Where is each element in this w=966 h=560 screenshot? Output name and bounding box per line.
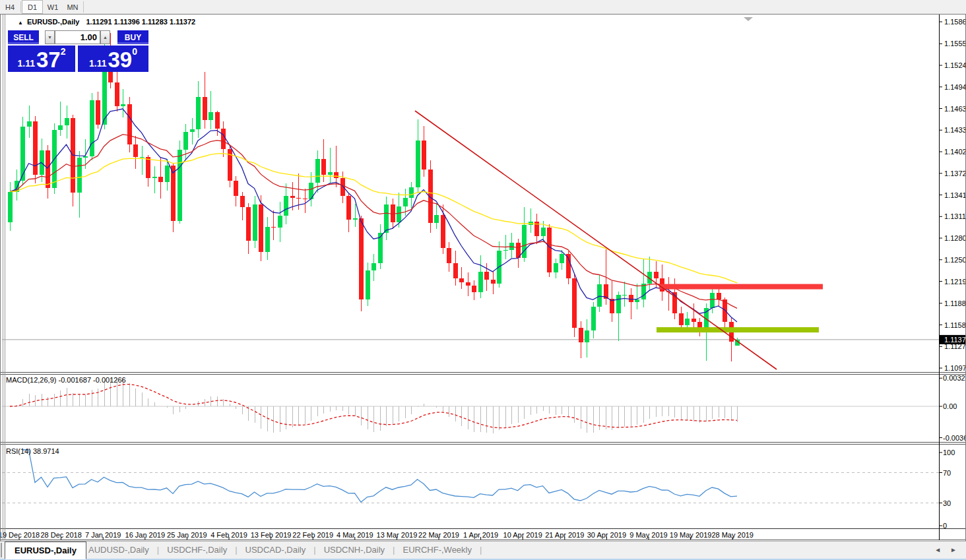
- symbol-tab[interactable]: USDCAD-,Daily: [238, 545, 314, 555]
- date-label: 10 Apr 2019: [503, 531, 542, 539]
- chart-ohlc-values: 1.11291 1.11396 1.11283 1.11372: [86, 18, 195, 26]
- symbol-tab-active[interactable]: EURUSD-,Daily: [5, 542, 86, 559]
- date-label: 28 Dec 2018: [40, 531, 81, 539]
- buy-price-big: 39: [108, 50, 132, 70]
- timeframe-button-d1[interactable]: D1: [22, 0, 43, 14]
- buy-price-sup: 0: [132, 47, 137, 56]
- date-label: 13 Mar 2019: [377, 531, 418, 539]
- svg-text:1.13110: 1.13110: [944, 212, 965, 220]
- tabs-scroll-left-icon[interactable]: ◄: [934, 546, 941, 553]
- date-label: 16 Jan 2019: [125, 531, 166, 539]
- sell-price-prefix: 1.11: [18, 57, 35, 70]
- svg-text:1.12195: 1.12195: [944, 278, 965, 286]
- collapse-panel-icon[interactable]: ▲: [18, 20, 23, 26]
- one-click-trade-panel: SELL ▼ 1.00 ▲ BUY 1.11 37 2 1.11 39 0: [8, 30, 148, 72]
- date-label: 4 Mar 2019: [337, 531, 373, 539]
- buy-price-prefix: 1.11: [89, 57, 106, 70]
- sell-price-sup: 2: [61, 47, 66, 56]
- svg-text:1.15860: 1.15860: [944, 18, 965, 26]
- svg-text:0.00: 0.00: [943, 402, 957, 410]
- toolbar-separator: [83, 1, 84, 13]
- svg-text:1.15245: 1.15245: [944, 61, 965, 69]
- svg-text:100: 100: [943, 449, 955, 456]
- svg-text:-0.003659: -0.003659: [943, 434, 965, 442]
- tabs-scroll-right-icon[interactable]: ►: [950, 546, 957, 553]
- buy-button[interactable]: BUY: [117, 30, 148, 44]
- date-label: 30 Apr 2019: [587, 531, 626, 539]
- svg-text:1.14330: 1.14330: [944, 126, 965, 134]
- timeframe-button-mn[interactable]: MN: [63, 0, 82, 14]
- svg-text:1.12500: 1.12500: [944, 256, 965, 264]
- svg-text:1.12805: 1.12805: [944, 234, 965, 242]
- date-label: 9 May 2019: [629, 531, 667, 539]
- date-label: 4 Feb 2019: [210, 531, 247, 539]
- sell-price-display[interactable]: 1.11 37 2: [8, 46, 75, 72]
- symbol-tab[interactable]: EURCHF-,Weekly: [395, 545, 480, 555]
- volume-input[interactable]: 1.00: [55, 30, 100, 44]
- date-axis: 19 Dec 201828 Dec 20187 Jan 201916 Jan 2…: [1, 531, 754, 540]
- arrow-down-icon: ▼: [48, 35, 52, 40]
- chart-symbol-title: EURUSD-,Daily: [27, 18, 79, 26]
- date-label: 13 Feb 2019: [251, 531, 292, 539]
- timeframe-toolbar: H4D1W1MN: [0, 0, 966, 15]
- macd-indicator-label: MACD(12,26,9) -0.001687 -0.001266: [6, 376, 126, 384]
- timeframe-button-w1[interactable]: W1: [43, 0, 63, 14]
- chart-title-row: ▲EURUSD-,Daily1.11291 1.11396 1.11283 1.…: [18, 18, 195, 26]
- svg-text:0.003287: 0.003287: [943, 374, 965, 382]
- date-label: 22 Mar 2019: [418, 531, 459, 539]
- date-label: 21 Apr 2019: [545, 531, 584, 539]
- support-band[interactable]: [657, 327, 819, 332]
- current-price-label: 1.11372: [944, 336, 965, 344]
- toolbar-separator: [20, 1, 21, 13]
- date-label: 7 Jan 2019: [85, 531, 121, 539]
- svg-text:1.11885: 1.11885: [944, 299, 965, 307]
- svg-text:0: 0: [943, 522, 947, 530]
- resistance-band[interactable]: [659, 284, 823, 290]
- svg-text:1.10970: 1.10970: [944, 364, 965, 372]
- symbol-tab[interactable]: USDCHF-,Daily: [159, 545, 235, 555]
- arrow-up-icon: ▲: [103, 35, 108, 40]
- sell-button[interactable]: SELL: [8, 30, 39, 44]
- svg-text:1.11580: 1.11580: [944, 321, 965, 329]
- buy-price-display[interactable]: 1.11 39 0: [78, 46, 148, 72]
- svg-text:1.13720: 1.13720: [944, 170, 965, 177]
- svg-text:1.15550: 1.15550: [944, 40, 965, 47]
- svg-text:1.14025: 1.14025: [944, 148, 965, 156]
- date-label: 22 Feb 2019: [292, 531, 333, 539]
- volume-decrease-button[interactable]: ▼: [45, 30, 55, 44]
- chart-canvas[interactable]: 1.158601.155501.152451.149401.146351.143…: [1, 15, 965, 541]
- tab-separator: |: [480, 545, 482, 555]
- symbol-tab[interactable]: USDCNH-,Daily: [316, 545, 393, 555]
- svg-text:1.14635: 1.14635: [944, 105, 965, 113]
- date-label: 25 Jan 2019: [167, 531, 207, 539]
- svg-text:30: 30: [943, 499, 951, 507]
- symbol-tabbar: EURUSD-,Daily AUDUSD-,Daily|USDCHF-,Dail…: [0, 541, 966, 559]
- tabbar-grip[interactable]: [1, 543, 4, 557]
- date-label: 1 Apr 2019: [463, 531, 498, 539]
- svg-text:1.13415: 1.13415: [944, 191, 965, 199]
- symbol-tab[interactable]: AUDUSD-,Daily: [80, 545, 157, 555]
- volume-increase-button[interactable]: ▲: [100, 30, 110, 44]
- date-label: 19 May 2019: [670, 531, 712, 539]
- svg-text:70: 70: [943, 469, 951, 477]
- rsi-indicator-label: RSI(14) 38.9714: [6, 447, 59, 455]
- svg-text:1.14940: 1.14940: [944, 83, 965, 91]
- chart-window: 1.158601.155501.152451.149401.146351.143…: [0, 14, 966, 559]
- date-label: 28 May 2019: [711, 531, 754, 539]
- date-label: 19 Dec 2018: [1, 531, 40, 539]
- sell-price-big: 37: [36, 50, 61, 70]
- timeframe-button-h4[interactable]: H4: [0, 0, 20, 14]
